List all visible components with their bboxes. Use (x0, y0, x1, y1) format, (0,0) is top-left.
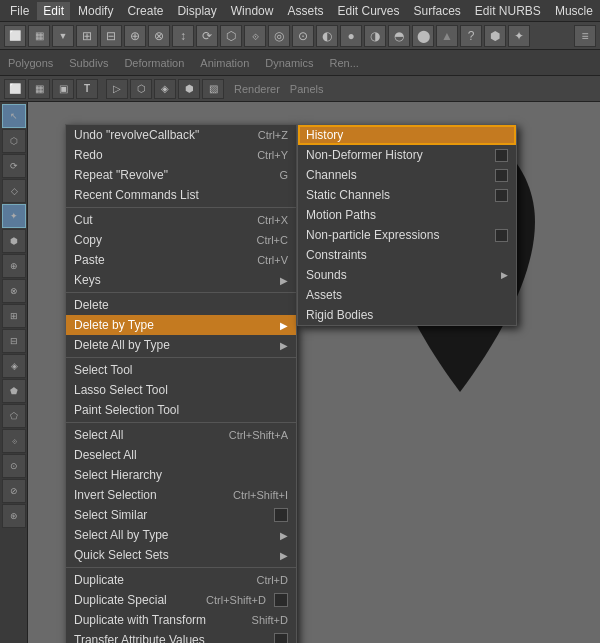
sidebar-icon-5[interactable]: ✦ (2, 204, 26, 228)
toolbar3-btn-5[interactable]: ▷ (106, 79, 128, 99)
menu-file[interactable]: File (4, 2, 35, 20)
sidebar-icon-7[interactable]: ⊕ (2, 254, 26, 278)
submenu-item-non-particle[interactable]: Non-particle Expressions (298, 225, 516, 245)
toolbar-btn-4[interactable]: ⊞ (76, 25, 98, 47)
menu-item-invert-selection[interactable]: Invert Selection Ctrl+Shift+I (66, 485, 296, 505)
tab-render[interactable]: Ren... (326, 55, 363, 71)
toolbar-btn-9[interactable]: ⟳ (196, 25, 218, 47)
submenu-item-motion-paths[interactable]: Motion Paths (298, 205, 516, 225)
submenu-item-static-channels[interactable]: Static Channels (298, 185, 516, 205)
menu-item-delete-all-by-type[interactable]: Delete All by Type ▶ (66, 335, 296, 355)
menu-window[interactable]: Window (225, 2, 280, 20)
channels-checkbox[interactable] (495, 169, 508, 182)
menu-item-recent[interactable]: Recent Commands List (66, 185, 296, 205)
toolbar-btn-7[interactable]: ⊗ (148, 25, 170, 47)
toolbar-btn-3[interactable]: ▼ (52, 25, 74, 47)
sidebar-icon-15[interactable]: ⊙ (2, 454, 26, 478)
toolbar-btn-11[interactable]: ⟐ (244, 25, 266, 47)
toolbar3-btn-8[interactable]: ⬢ (178, 79, 200, 99)
menu-item-delete-by-type[interactable]: Delete by Type ▶ (66, 315, 296, 335)
toolbar-btn-20[interactable]: ? (460, 25, 482, 47)
toolbar-btn-16[interactable]: ◑ (364, 25, 386, 47)
tab-polygons[interactable]: Polygons (4, 55, 57, 71)
sidebar-icon-14[interactable]: ⟐ (2, 429, 26, 453)
menu-modify[interactable]: Modify (72, 2, 119, 20)
toolbar3-btn-6[interactable]: ⬡ (130, 79, 152, 99)
submenu-item-sounds[interactable]: Sounds ▶ (298, 265, 516, 285)
tab-subdivs[interactable]: Subdivs (65, 55, 112, 71)
sidebar-icon-9[interactable]: ⊞ (2, 304, 26, 328)
toolbar3-btn-3[interactable]: ▣ (52, 79, 74, 99)
menu-item-paste[interactable]: Paste Ctrl+V (66, 250, 296, 270)
menu-item-undo[interactable]: Undo "revolveCallback" Ctrl+Z (66, 125, 296, 145)
toolbar3-btn-7[interactable]: ◈ (154, 79, 176, 99)
sidebar-icon-12[interactable]: ⬟ (2, 379, 26, 403)
menu-item-select-similar[interactable]: Select Similar (66, 505, 296, 525)
select-similar-checkbox[interactable] (274, 508, 288, 522)
sidebar-icon-16[interactable]: ⊘ (2, 479, 26, 503)
toolbar-btn-12[interactable]: ◎ (268, 25, 290, 47)
sidebar-icon-13[interactable]: ⬠ (2, 404, 26, 428)
toolbar-btn-18[interactable]: ⬤ (412, 25, 434, 47)
menu-edit[interactable]: Edit (37, 2, 70, 20)
sidebar-icon-3[interactable]: ⟳ (2, 154, 26, 178)
toolbar-btn-6[interactable]: ⊕ (124, 25, 146, 47)
menu-assets[interactable]: Assets (281, 2, 329, 20)
sidebar-icon-11[interactable]: ◈ (2, 354, 26, 378)
toolbar-btn-1[interactable]: ⬜ (4, 25, 26, 47)
toolbar-btn-14[interactable]: ◐ (316, 25, 338, 47)
toolbar-btn-13[interactable]: ⊙ (292, 25, 314, 47)
menu-muscle[interactable]: Muscle (549, 2, 599, 20)
toolbar-btn-19[interactable]: ▲ (436, 25, 458, 47)
toolbar3-btn-1[interactable]: ⬜ (4, 79, 26, 99)
menu-surfaces[interactable]: Surfaces (408, 2, 467, 20)
non-particle-checkbox[interactable] (495, 229, 508, 242)
menu-item-lasso[interactable]: Lasso Select Tool (66, 380, 296, 400)
menu-item-delete[interactable]: Delete (66, 295, 296, 315)
submenu-item-constraints[interactable]: Constraints (298, 245, 516, 265)
tab-deformation[interactable]: Deformation (120, 55, 188, 71)
menu-item-repeat[interactable]: Repeat "Revolve" G (66, 165, 296, 185)
sidebar-icon-2[interactable]: ⬡ (2, 129, 26, 153)
menu-item-select-hierarchy[interactable]: Select Hierarchy (66, 465, 296, 485)
menu-item-transfer-attr[interactable]: Transfer Attribute Values (66, 630, 296, 643)
toolbar-btn-10[interactable]: ⬡ (220, 25, 242, 47)
sidebar-icon-8[interactable]: ⊗ (2, 279, 26, 303)
tab-renderer[interactable]: Renderer (234, 83, 280, 95)
menu-item-quick-select-sets[interactable]: Quick Select Sets ▶ (66, 545, 296, 565)
toolbar-btn-8[interactable]: ↕ (172, 25, 194, 47)
menu-item-duplicate-special[interactable]: Duplicate Special Ctrl+Shift+D (66, 590, 296, 610)
sidebar-select-icon[interactable]: ↖ (2, 104, 26, 128)
sidebar-icon-17[interactable]: ⊛ (2, 504, 26, 528)
submenu-item-history[interactable]: History (298, 125, 516, 145)
submenu-item-assets[interactable]: Assets (298, 285, 516, 305)
toolbar-btn-22[interactable]: ✦ (508, 25, 530, 47)
toolbar-btn-end[interactable]: ≡ (574, 25, 596, 47)
menu-display[interactable]: Display (171, 2, 222, 20)
toolbar3-btn-2[interactable]: ▦ (28, 79, 50, 99)
submenu-item-channels[interactable]: Channels (298, 165, 516, 185)
tab-animation[interactable]: Animation (196, 55, 253, 71)
menu-item-duplicate-transform[interactable]: Duplicate with Transform Shift+D (66, 610, 296, 630)
submenu-item-non-deformer[interactable]: Non-Deformer History (298, 145, 516, 165)
toolbar-btn-21[interactable]: ⬢ (484, 25, 506, 47)
sidebar-icon-10[interactable]: ⊟ (2, 329, 26, 353)
menu-item-select-all-by-type[interactable]: Select All by Type ▶ (66, 525, 296, 545)
submenu-item-rigid-bodies[interactable]: Rigid Bodies (298, 305, 516, 325)
toolbar-btn-15[interactable]: ● (340, 25, 362, 47)
sidebar-icon-6[interactable]: ⬢ (2, 229, 26, 253)
toolbar-btn-17[interactable]: ◓ (388, 25, 410, 47)
toolbar3-btn-4[interactable]: T (76, 79, 98, 99)
toolbar3-btn-9[interactable]: ▧ (202, 79, 224, 99)
tab-panels[interactable]: Panels (290, 83, 324, 95)
static-channels-checkbox[interactable] (495, 189, 508, 202)
menu-item-paint-selection[interactable]: Paint Selection Tool (66, 400, 296, 420)
menu-item-keys[interactable]: Keys ▶ (66, 270, 296, 290)
toolbar-btn-2[interactable]: ▦ (28, 25, 50, 47)
menu-item-redo[interactable]: Redo Ctrl+Y (66, 145, 296, 165)
menu-edit-nurbs[interactable]: Edit NURBS (469, 2, 547, 20)
menu-item-cut[interactable]: Cut Ctrl+X (66, 210, 296, 230)
menu-item-deselect-all[interactable]: Deselect All (66, 445, 296, 465)
non-deformer-checkbox[interactable] (495, 149, 508, 162)
menu-edit-curves[interactable]: Edit Curves (331, 2, 405, 20)
